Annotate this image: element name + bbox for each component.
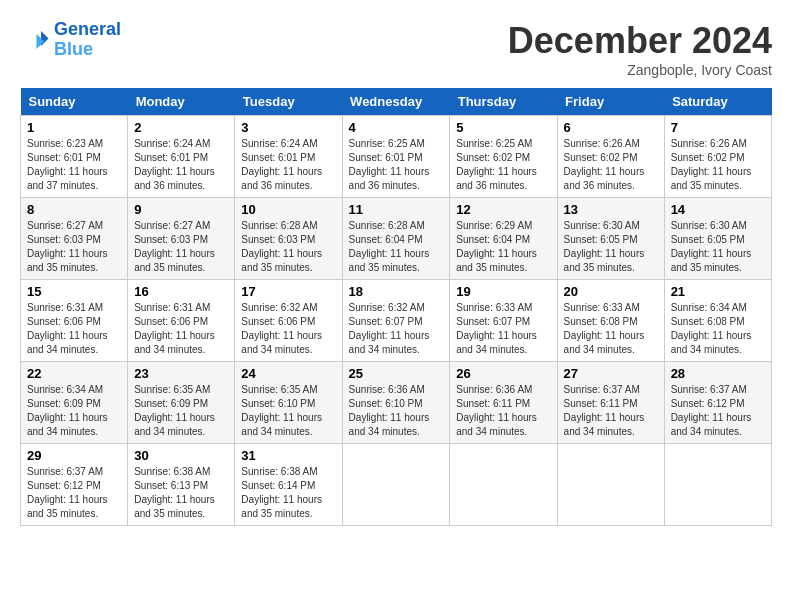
- calendar-day-cell: 24 Sunrise: 6:35 AMSunset: 6:10 PMDaylig…: [235, 362, 342, 444]
- weekday-header: Thursday: [450, 88, 557, 116]
- day-info: Sunrise: 6:35 AMSunset: 6:09 PMDaylight:…: [134, 384, 215, 437]
- calendar-week-row: 8 Sunrise: 6:27 AMSunset: 6:03 PMDayligh…: [21, 198, 772, 280]
- calendar-day-cell: 10 Sunrise: 6:28 AMSunset: 6:03 PMDaylig…: [235, 198, 342, 280]
- svg-marker-0: [41, 31, 49, 46]
- day-info: Sunrise: 6:28 AMSunset: 6:03 PMDaylight:…: [241, 220, 322, 273]
- day-info: Sunrise: 6:26 AMSunset: 6:02 PMDaylight:…: [671, 138, 752, 191]
- calendar-day-cell: 16 Sunrise: 6:31 AMSunset: 6:06 PMDaylig…: [128, 280, 235, 362]
- day-info: Sunrise: 6:33 AMSunset: 6:08 PMDaylight:…: [564, 302, 645, 355]
- day-info: Sunrise: 6:37 AMSunset: 6:12 PMDaylight:…: [27, 466, 108, 519]
- day-number: 19: [456, 284, 550, 299]
- day-number: 16: [134, 284, 228, 299]
- calendar-day-cell: 14 Sunrise: 6:30 AMSunset: 6:05 PMDaylig…: [664, 198, 771, 280]
- day-number: 31: [241, 448, 335, 463]
- calendar-day-cell: 28 Sunrise: 6:37 AMSunset: 6:12 PMDaylig…: [664, 362, 771, 444]
- day-info: Sunrise: 6:37 AMSunset: 6:11 PMDaylight:…: [564, 384, 645, 437]
- page-header: General Blue December 2024 Zangbople, Iv…: [20, 20, 772, 78]
- weekday-header: Friday: [557, 88, 664, 116]
- calendar-day-cell: 17 Sunrise: 6:32 AMSunset: 6:06 PMDaylig…: [235, 280, 342, 362]
- calendar-day-cell: 11 Sunrise: 6:28 AMSunset: 6:04 PMDaylig…: [342, 198, 450, 280]
- day-number: 13: [564, 202, 658, 217]
- day-info: Sunrise: 6:24 AMSunset: 6:01 PMDaylight:…: [134, 138, 215, 191]
- weekday-header: Monday: [128, 88, 235, 116]
- day-info: Sunrise: 6:30 AMSunset: 6:05 PMDaylight:…: [564, 220, 645, 273]
- calendar-day-cell: 6 Sunrise: 6:26 AMSunset: 6:02 PMDayligh…: [557, 116, 664, 198]
- calendar-day-cell: 27 Sunrise: 6:37 AMSunset: 6:11 PMDaylig…: [557, 362, 664, 444]
- day-info: Sunrise: 6:36 AMSunset: 6:11 PMDaylight:…: [456, 384, 537, 437]
- day-number: 26: [456, 366, 550, 381]
- calendar-day-cell: [450, 444, 557, 526]
- month-title: December 2024: [508, 20, 772, 62]
- day-number: 27: [564, 366, 658, 381]
- weekday-header: Sunday: [21, 88, 128, 116]
- calendar-day-cell: 12 Sunrise: 6:29 AMSunset: 6:04 PMDaylig…: [450, 198, 557, 280]
- day-number: 4: [349, 120, 444, 135]
- day-info: Sunrise: 6:27 AMSunset: 6:03 PMDaylight:…: [27, 220, 108, 273]
- day-info: Sunrise: 6:32 AMSunset: 6:07 PMDaylight:…: [349, 302, 430, 355]
- calendar-day-cell: 25 Sunrise: 6:36 AMSunset: 6:10 PMDaylig…: [342, 362, 450, 444]
- day-info: Sunrise: 6:33 AMSunset: 6:07 PMDaylight:…: [456, 302, 537, 355]
- day-info: Sunrise: 6:36 AMSunset: 6:10 PMDaylight:…: [349, 384, 430, 437]
- day-number: 10: [241, 202, 335, 217]
- calendar-day-cell: [664, 444, 771, 526]
- calendar-day-cell: 4 Sunrise: 6:25 AMSunset: 6:01 PMDayligh…: [342, 116, 450, 198]
- day-info: Sunrise: 6:29 AMSunset: 6:04 PMDaylight:…: [456, 220, 537, 273]
- day-number: 5: [456, 120, 550, 135]
- calendar-day-cell: 8 Sunrise: 6:27 AMSunset: 6:03 PMDayligh…: [21, 198, 128, 280]
- day-number: 6: [564, 120, 658, 135]
- day-info: Sunrise: 6:24 AMSunset: 6:01 PMDaylight:…: [241, 138, 322, 191]
- day-number: 12: [456, 202, 550, 217]
- day-number: 14: [671, 202, 765, 217]
- calendar-header-row: SundayMondayTuesdayWednesdayThursdayFrid…: [21, 88, 772, 116]
- day-number: 18: [349, 284, 444, 299]
- day-info: Sunrise: 6:38 AMSunset: 6:13 PMDaylight:…: [134, 466, 215, 519]
- calendar-day-cell: 26 Sunrise: 6:36 AMSunset: 6:11 PMDaylig…: [450, 362, 557, 444]
- calendar-day-cell: 7 Sunrise: 6:26 AMSunset: 6:02 PMDayligh…: [664, 116, 771, 198]
- calendar-table: SundayMondayTuesdayWednesdayThursdayFrid…: [20, 88, 772, 526]
- calendar-day-cell: 18 Sunrise: 6:32 AMSunset: 6:07 PMDaylig…: [342, 280, 450, 362]
- day-info: Sunrise: 6:31 AMSunset: 6:06 PMDaylight:…: [134, 302, 215, 355]
- day-number: 2: [134, 120, 228, 135]
- calendar-day-cell: 3 Sunrise: 6:24 AMSunset: 6:01 PMDayligh…: [235, 116, 342, 198]
- day-number: 30: [134, 448, 228, 463]
- calendar-day-cell: 13 Sunrise: 6:30 AMSunset: 6:05 PMDaylig…: [557, 198, 664, 280]
- day-info: Sunrise: 6:28 AMSunset: 6:04 PMDaylight:…: [349, 220, 430, 273]
- day-number: 8: [27, 202, 121, 217]
- day-info: Sunrise: 6:38 AMSunset: 6:14 PMDaylight:…: [241, 466, 322, 519]
- calendar-week-row: 1 Sunrise: 6:23 AMSunset: 6:01 PMDayligh…: [21, 116, 772, 198]
- calendar-day-cell: 29 Sunrise: 6:37 AMSunset: 6:12 PMDaylig…: [21, 444, 128, 526]
- day-info: Sunrise: 6:30 AMSunset: 6:05 PMDaylight:…: [671, 220, 752, 273]
- day-number: 17: [241, 284, 335, 299]
- day-info: Sunrise: 6:34 AMSunset: 6:08 PMDaylight:…: [671, 302, 752, 355]
- calendar-day-cell: 5 Sunrise: 6:25 AMSunset: 6:02 PMDayligh…: [450, 116, 557, 198]
- calendar-day-cell: 23 Sunrise: 6:35 AMSunset: 6:09 PMDaylig…: [128, 362, 235, 444]
- day-info: Sunrise: 6:34 AMSunset: 6:09 PMDaylight:…: [27, 384, 108, 437]
- day-number: 11: [349, 202, 444, 217]
- calendar-week-row: 15 Sunrise: 6:31 AMSunset: 6:06 PMDaylig…: [21, 280, 772, 362]
- calendar-day-cell: 1 Sunrise: 6:23 AMSunset: 6:01 PMDayligh…: [21, 116, 128, 198]
- day-info: Sunrise: 6:25 AMSunset: 6:01 PMDaylight:…: [349, 138, 430, 191]
- day-number: 21: [671, 284, 765, 299]
- day-number: 23: [134, 366, 228, 381]
- day-number: 29: [27, 448, 121, 463]
- title-block: December 2024 Zangbople, Ivory Coast: [508, 20, 772, 78]
- day-info: Sunrise: 6:25 AMSunset: 6:02 PMDaylight:…: [456, 138, 537, 191]
- day-number: 20: [564, 284, 658, 299]
- calendar-week-row: 29 Sunrise: 6:37 AMSunset: 6:12 PMDaylig…: [21, 444, 772, 526]
- weekday-header: Wednesday: [342, 88, 450, 116]
- calendar-day-cell: 21 Sunrise: 6:34 AMSunset: 6:08 PMDaylig…: [664, 280, 771, 362]
- calendar-day-cell: [342, 444, 450, 526]
- day-number: 3: [241, 120, 335, 135]
- calendar-day-cell: [557, 444, 664, 526]
- weekday-header: Tuesday: [235, 88, 342, 116]
- calendar-day-cell: 31 Sunrise: 6:38 AMSunset: 6:14 PMDaylig…: [235, 444, 342, 526]
- day-number: 7: [671, 120, 765, 135]
- calendar-day-cell: 2 Sunrise: 6:24 AMSunset: 6:01 PMDayligh…: [128, 116, 235, 198]
- day-number: 9: [134, 202, 228, 217]
- calendar-day-cell: 19 Sunrise: 6:33 AMSunset: 6:07 PMDaylig…: [450, 280, 557, 362]
- day-info: Sunrise: 6:37 AMSunset: 6:12 PMDaylight:…: [671, 384, 752, 437]
- logo-icon: [20, 25, 50, 55]
- calendar-week-row: 22 Sunrise: 6:34 AMSunset: 6:09 PMDaylig…: [21, 362, 772, 444]
- day-info: Sunrise: 6:31 AMSunset: 6:06 PMDaylight:…: [27, 302, 108, 355]
- day-number: 25: [349, 366, 444, 381]
